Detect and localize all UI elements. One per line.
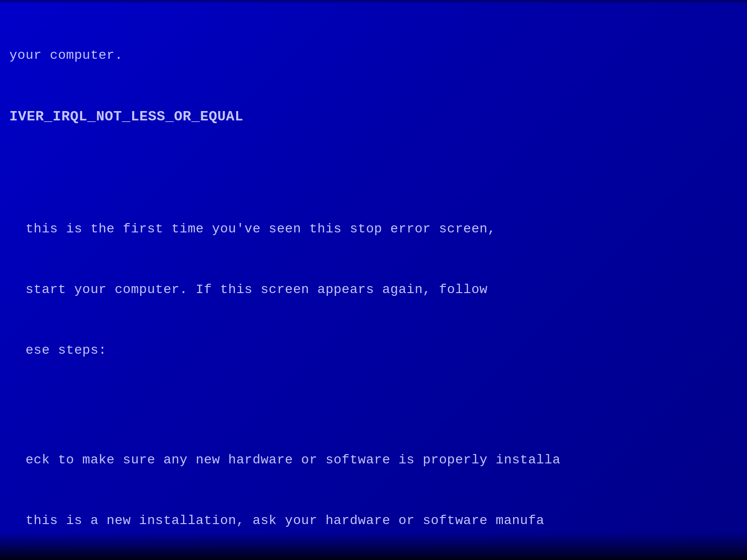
line-top1: your computer.: [9, 45, 738, 65]
bsod-content: your computer. IVER_IRQL_NOT_LESS_OR_EQU…: [0, 0, 747, 560]
line-error-code: IVER_IRQL_NOT_LESS_OR_EQUAL: [9, 106, 738, 128]
line-first-time1: this is the first time you've seen this …: [9, 219, 738, 239]
line-check1: eck to make sure any new hardware or sof…: [9, 450, 738, 470]
line-first-time2: start your computer. If this screen appe…: [9, 280, 738, 300]
bsod-screen: your computer. IVER_IRQL_NOT_LESS_OR_EQU…: [0, 0, 747, 560]
bottom-edge: [0, 532, 747, 560]
line-check2: this is a new installation, ask your har…: [9, 511, 738, 531]
line-first-time3: ese steps:: [9, 340, 738, 360]
blank1: [9, 170, 738, 178]
blank2: [9, 401, 738, 410]
